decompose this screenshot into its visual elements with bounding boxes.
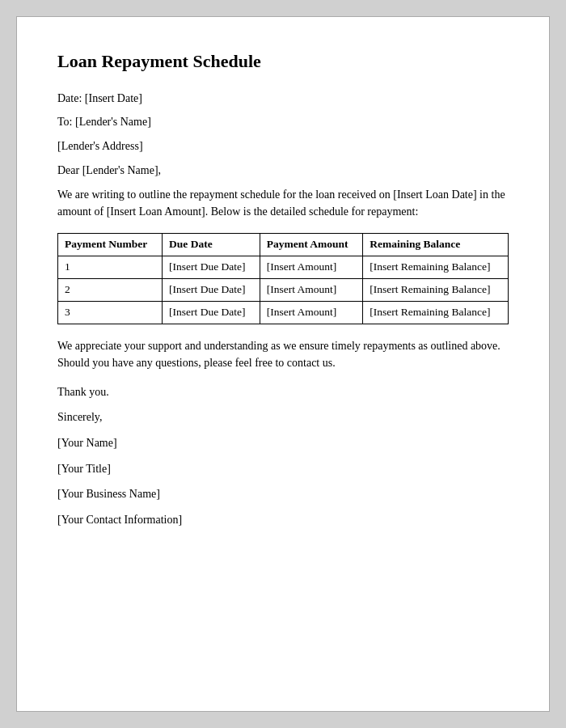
your-business: [Your Business Name] bbox=[57, 486, 509, 502]
document-title: Loan Repayment Schedule bbox=[57, 49, 509, 74]
table-cell: [Insert Remaining Balance] bbox=[363, 256, 509, 279]
your-title: [Your Title] bbox=[57, 461, 509, 477]
table-cell: 3 bbox=[58, 301, 163, 324]
to-field: To: [Lender's Name] bbox=[57, 114, 509, 130]
table-cell: [Insert Amount] bbox=[260, 278, 363, 301]
table-row: 2[Insert Due Date][Insert Amount][Insert… bbox=[58, 278, 509, 301]
date-field: Date: [Insert Date] bbox=[57, 91, 509, 107]
thank-you: Thank you. bbox=[57, 384, 509, 400]
table-cell: 1 bbox=[58, 256, 163, 279]
table-cell: 2 bbox=[58, 278, 163, 301]
your-contact: [Your Contact Information] bbox=[57, 512, 509, 528]
table-row: 1[Insert Due Date][Insert Amount][Insert… bbox=[58, 256, 509, 279]
address-field: [Lender's Address] bbox=[57, 138, 509, 154]
col-due-date: Due Date bbox=[163, 234, 260, 256]
table-cell: [Insert Remaining Balance] bbox=[363, 301, 509, 324]
table-cell: [Insert Amount] bbox=[260, 301, 363, 324]
table-cell: [Insert Due Date] bbox=[163, 301, 260, 324]
col-payment-amount: Payment Amount bbox=[260, 234, 363, 256]
intro-paragraph: We are writing to outline the repayment … bbox=[57, 186, 509, 220]
sincerely: Sincerely, bbox=[57, 409, 509, 425]
table-cell: [Insert Amount] bbox=[260, 256, 363, 279]
table-header-row: Payment Number Due Date Payment Amount R… bbox=[58, 234, 509, 256]
dear-field: Dear [Lender's Name], bbox=[57, 163, 509, 179]
your-name: [Your Name] bbox=[57, 435, 509, 451]
table-cell: [Insert Due Date] bbox=[163, 278, 260, 301]
table-row: 3[Insert Due Date][Insert Amount][Insert… bbox=[58, 301, 509, 324]
table-cell: [Insert Remaining Balance] bbox=[363, 278, 509, 301]
document-page: Loan Repayment Schedule Date: [Insert Da… bbox=[16, 16, 550, 712]
col-payment-number: Payment Number bbox=[58, 234, 163, 256]
closing-paragraph: We appreciate your support and understan… bbox=[57, 337, 509, 371]
repayment-table: Payment Number Due Date Payment Amount R… bbox=[57, 233, 509, 324]
col-remaining-balance: Remaining Balance bbox=[363, 234, 509, 256]
table-cell: [Insert Due Date] bbox=[163, 256, 260, 279]
